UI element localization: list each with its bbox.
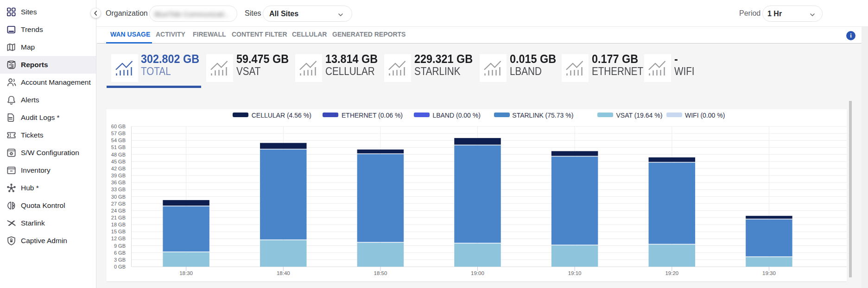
- svg-text:19:20: 19:20: [665, 270, 678, 276]
- svg-text:3 GB: 3 GB: [114, 257, 126, 263]
- svg-text:15 GB: 15 GB: [111, 229, 126, 234]
- svg-text:18:50: 18:50: [374, 270, 387, 276]
- svg-text:18:30: 18:30: [179, 270, 193, 276]
- svg-text:48 GB: 48 GB: [111, 152, 126, 157]
- svg-text:54 GB: 54 GB: [111, 138, 126, 143]
- svg-text:60 GB: 60 GB: [111, 124, 126, 129]
- svg-text:24 GB: 24 GB: [111, 208, 126, 213]
- svg-text:18:40: 18:40: [277, 270, 290, 276]
- svg-text:19:10: 19:10: [568, 270, 582, 276]
- svg-text:6 GB: 6 GB: [114, 250, 126, 256]
- svg-text:39 GB: 39 GB: [111, 173, 126, 178]
- svg-text:45 GB: 45 GB: [111, 159, 126, 164]
- svg-text:12 GB: 12 GB: [111, 236, 126, 241]
- svg-text:27 GB: 27 GB: [111, 201, 126, 207]
- svg-text:57 GB: 57 GB: [111, 131, 126, 136]
- svg-text:33 GB: 33 GB: [111, 187, 126, 192]
- svg-text:36 GB: 36 GB: [111, 180, 126, 185]
- svg-text:19:30: 19:30: [762, 270, 776, 276]
- svg-text:21 GB: 21 GB: [111, 215, 126, 220]
- svg-text:0 GB: 0 GB: [114, 264, 126, 269]
- svg-text:9 GB: 9 GB: [114, 243, 126, 249]
- svg-text:18 GB: 18 GB: [111, 222, 126, 227]
- svg-text:30 GB: 30 GB: [111, 194, 126, 200]
- svg-text:19:00: 19:00: [471, 270, 484, 276]
- svg-text:51 GB: 51 GB: [111, 144, 126, 150]
- svg-text:42 GB: 42 GB: [111, 166, 126, 171]
